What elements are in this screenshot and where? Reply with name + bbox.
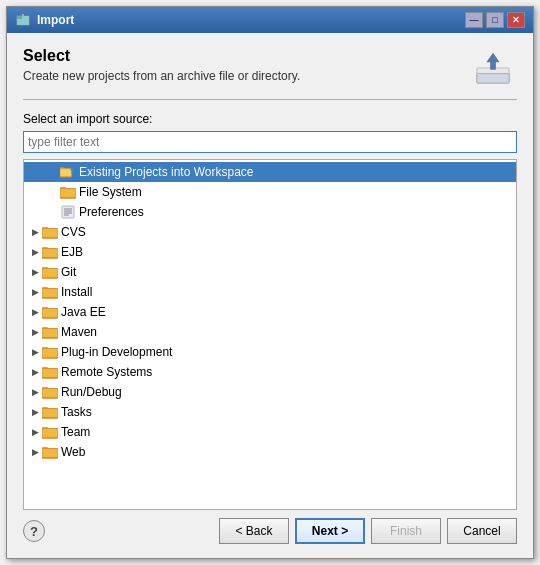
svg-rect-12 (60, 189, 76, 198)
tree-item[interactable]: ▶ Team (24, 422, 516, 442)
filter-input[interactable] (23, 131, 517, 153)
tree-item[interactable]: ▶ Maven (24, 322, 516, 342)
footer-left: ? (23, 520, 45, 542)
svg-marker-2 (22, 14, 24, 16)
tree-item-label: Git (61, 265, 76, 279)
cancel-button[interactable]: Cancel (447, 518, 517, 544)
svg-rect-23 (42, 249, 58, 258)
folder-icon (42, 305, 58, 319)
maximize-button[interactable]: □ (486, 12, 504, 28)
folder-icon (42, 425, 58, 439)
title-bar-left: Import (15, 12, 74, 28)
tree-item-label: Install (61, 285, 92, 299)
folder-icon (42, 245, 58, 259)
window-icon (15, 12, 31, 28)
expand-arrow[interactable]: ▶ (28, 305, 42, 319)
svg-marker-5 (486, 53, 499, 70)
tree-item[interactable]: ▶ Install (24, 282, 516, 302)
svg-rect-47 (42, 409, 58, 418)
back-button[interactable]: < Back (219, 518, 289, 544)
folder-icon (42, 365, 58, 379)
expand-arrow[interactable]: ▶ (28, 445, 42, 459)
tree-item[interactable]: ▶ Preferences (24, 202, 516, 222)
tree-item-label: Plug-in Development (61, 345, 172, 359)
tree-item-label: Existing Projects into Workspace (79, 165, 254, 179)
tree-list: ▶ Existing Projects into Workspace▶ File… (24, 160, 516, 509)
tree-item[interactable]: ▶ Java EE (24, 302, 516, 322)
expand-arrow[interactable]: ▶ (28, 385, 42, 399)
svg-rect-32 (42, 309, 58, 318)
expand-arrow[interactable]: ▶ (28, 365, 42, 379)
expand-arrow[interactable]: ▶ (28, 285, 42, 299)
import-dialog: Import — □ ✕ Select Create new projects … (6, 6, 534, 559)
tree-item-label: Java EE (61, 305, 106, 319)
existing-projects-icon (60, 165, 76, 179)
expand-arrow[interactable]: ▶ (28, 265, 42, 279)
tree-item-label: Run/Debug (61, 385, 122, 399)
footer-buttons: < Back Next > Finish Cancel (219, 518, 517, 544)
header-section: Select Create new projects from an archi… (23, 47, 517, 87)
header-text: Select Create new projects from an archi… (23, 47, 300, 83)
folder-icon (42, 285, 58, 299)
tree-item[interactable]: ▶ Remote Systems (24, 362, 516, 382)
folder-icon (42, 345, 58, 359)
svg-rect-35 (42, 329, 58, 338)
tree-item[interactable]: ▶ CVS (24, 222, 516, 242)
import-header-icon (469, 47, 517, 87)
tree-item[interactable]: ▶ Web (24, 442, 516, 462)
title-bar: Import — □ ✕ (7, 7, 533, 33)
title-buttons: — □ ✕ (465, 12, 525, 28)
folder-icon (42, 225, 58, 239)
folder-icon (42, 265, 58, 279)
expand-arrow[interactable]: ▶ (28, 245, 42, 259)
expand-arrow[interactable]: ▶ (28, 225, 42, 239)
expand-arrow[interactable]: ▶ (28, 345, 42, 359)
tree-item[interactable]: ▶ Git (24, 262, 516, 282)
expand-arrow[interactable]: ▶ (28, 325, 42, 339)
tree-item-label: Team (61, 425, 90, 439)
tree-item[interactable]: ▶ Run/Debug (24, 382, 516, 402)
header-divider (23, 99, 517, 100)
file-system-icon (60, 185, 76, 199)
folder-icon (42, 445, 58, 459)
svg-rect-13 (62, 206, 74, 218)
tree-item[interactable]: ▶ Tasks (24, 402, 516, 422)
tree-item-label: Tasks (61, 405, 92, 419)
svg-rect-8 (60, 168, 72, 176)
svg-rect-44 (42, 389, 58, 398)
next-button[interactable]: Next > (295, 518, 365, 544)
folder-icon (42, 325, 58, 339)
tree-item-label: Preferences (79, 205, 144, 219)
dialog-content: Select Create new projects from an archi… (7, 33, 533, 558)
svg-rect-4 (477, 74, 509, 83)
help-button[interactable]: ? (23, 520, 45, 542)
tree-item[interactable]: ▶ EJB (24, 242, 516, 262)
footer-section: ? < Back Next > Finish Cancel (23, 510, 517, 548)
tree-item-label: Remote Systems (61, 365, 152, 379)
expand-arrow[interactable]: ▶ (28, 405, 42, 419)
finish-button[interactable]: Finish (371, 518, 441, 544)
svg-rect-1 (17, 16, 22, 19)
svg-rect-50 (42, 429, 58, 438)
tree-item-label: File System (79, 185, 142, 199)
svg-rect-29 (42, 289, 58, 298)
tree-item[interactable]: ▶ File System (24, 182, 516, 202)
svg-rect-38 (42, 349, 58, 358)
svg-rect-53 (42, 449, 58, 458)
preferences-icon (60, 205, 76, 219)
tree-item[interactable]: ▶ Existing Projects into Workspace (24, 162, 516, 182)
filter-label: Select an import source: (23, 112, 517, 126)
tree-item-label: EJB (61, 245, 83, 259)
tree-item-label: Maven (61, 325, 97, 339)
dialog-subtitle: Create new projects from an archive file… (23, 69, 300, 83)
close-button[interactable]: ✕ (507, 12, 525, 28)
svg-rect-41 (42, 369, 58, 378)
svg-rect-26 (42, 269, 58, 278)
tree-container: ▶ Existing Projects into Workspace▶ File… (23, 159, 517, 510)
expand-arrow[interactable]: ▶ (28, 425, 42, 439)
tree-item[interactable]: ▶ Plug-in Development (24, 342, 516, 362)
minimize-button[interactable]: — (465, 12, 483, 28)
window-title: Import (37, 13, 74, 27)
folder-icon (42, 385, 58, 399)
svg-rect-20 (42, 229, 58, 238)
